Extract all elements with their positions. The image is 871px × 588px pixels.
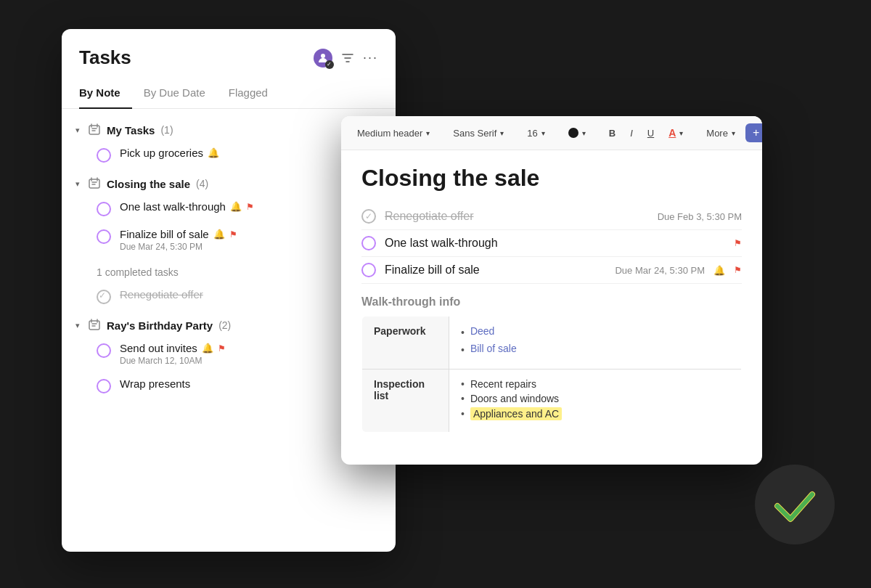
section-title: Walk-through info [361, 295, 742, 309]
chevron-rays-birthday[interactable]: ▾ [73, 321, 82, 330]
svg-rect-2 [89, 179, 99, 188]
editor-task-checkbox-renegotiate[interactable]: ✓ [361, 209, 376, 224]
tasks-panel-title: Tasks [79, 46, 131, 69]
tasks-tabs: By Note By Due Date Flagged [62, 69, 396, 109]
tasks-header-icons: ··· [314, 49, 378, 68]
group-icon-closing-the-sale [88, 177, 101, 190]
filter-icon-button[interactable] [341, 52, 354, 65]
style-selector-button[interactable]: Medium header ▾ [353, 126, 434, 141]
completion-checkmark-circle [755, 465, 835, 544]
task-checkbox-pick-up-groceries[interactable] [97, 148, 111, 163]
font-color-button[interactable]: A ▾ [664, 125, 687, 141]
editor-task-name-finalize: Finalize bill of sale [385, 264, 606, 277]
editor-task-row-renegotiate: ✓ Renegotiate offer Due Feb 3, 5:30 PM [361, 203, 742, 230]
style-selector-chevron: ▾ [426, 129, 430, 137]
group-label-my-tasks: My Tasks [107, 124, 155, 136]
font-size-button[interactable]: 16 ▾ [523, 126, 549, 141]
editor-task-checkbox-finalize[interactable] [361, 263, 376, 277]
insert-button[interactable]: + Insert ▾ [745, 123, 762, 142]
editor-content: Closing the sale ✓ Renegotiate offer Due… [341, 150, 762, 464]
task-name-renegotiate-offer: Renegotiate offer [120, 288, 378, 301]
assign-icon-button[interactable] [314, 49, 332, 68]
font-color-chevron: ▾ [679, 129, 683, 137]
task-name-send-out-invites: Send out invites 🔔 ⚑ [120, 342, 378, 354]
editor-task-due-renegotiate: Due Feb 3, 5:30 PM [658, 211, 742, 222]
task-checkbox-one-last-walk-through[interactable] [97, 202, 111, 216]
checkmark-icon [772, 481, 819, 528]
task-content-pick-up-groceries: Pick up groceries 🔔 [120, 147, 378, 159]
italic-button[interactable]: I [626, 126, 637, 141]
list-item: Doors and windows [461, 393, 729, 404]
editor-toolbar: Medium header ▾ Sans Serif ▾ 16 ▾ ▾ B I … [341, 116, 762, 150]
tab-by-note[interactable]: By Note [79, 81, 132, 109]
task-name-wrap-presents: Wrap presents [120, 377, 378, 390]
tasks-header: Tasks ··· [62, 29, 396, 69]
task-content-one-last-walk-through: One last walk-through 🔔 ⚑ [120, 200, 378, 213]
task-checkbox-renegotiate-offer[interactable] [97, 290, 111, 304]
group-icon-rays-birthday [88, 319, 101, 332]
bold-button[interactable]: B [605, 126, 620, 141]
list-item: Bill of sale [461, 343, 729, 357]
task-checkbox-send-out-invites[interactable] [97, 343, 111, 358]
bell-icon-bill-of-sale: 🔔 [213, 229, 225, 240]
highlight-appliances: Appliances and AC [470, 407, 562, 420]
task-content-finalize-bill-of-sale: Finalize bill of sale 🔔 ⚑ Due Mar 24, 5:… [120, 228, 378, 252]
list-item: Recent repairs [461, 378, 729, 390]
group-count-closing-the-sale: (4) [196, 178, 208, 189]
filter-icon [341, 52, 354, 65]
task-content-wrap-presents: Wrap presents [120, 377, 378, 390]
group-label-closing-the-sale: Closing the sale [107, 178, 190, 190]
task-name-finalize-bill-of-sale: Finalize bill of sale 🔔 ⚑ [120, 228, 378, 240]
flag-icon-walk-through: ⚑ [246, 202, 254, 212]
table-row: Paperwork Deed Bill of sale [362, 317, 742, 369]
more-dots-icon: ··· [363, 50, 378, 65]
editor-task-checkbox-walk-through[interactable] [361, 236, 376, 250]
editor-task-name-renegotiate: Renegotiate offer [385, 210, 649, 223]
bill-of-sale-link[interactable]: Bill of sale [470, 343, 517, 354]
bell-icon-send-out-invites: 🔔 [202, 343, 213, 354]
editor-task-row-walk-through: One last walk-through ⚑ [361, 230, 742, 257]
deed-link[interactable]: Deed [470, 325, 494, 337]
tab-flagged[interactable]: Flagged [217, 81, 279, 109]
tab-by-due-date[interactable]: By Due Date [132, 81, 217, 109]
task-checkbox-finalize-bill-of-sale[interactable] [97, 229, 111, 244]
more-chevron: ▾ [732, 129, 735, 137]
editor-bell-icon-finalize: 🔔 [713, 265, 725, 276]
doc-title: Closing the sale [361, 165, 742, 192]
insert-plus-icon: + [753, 126, 759, 139]
font-color-a-icon: A [668, 127, 676, 139]
more-options-button[interactable]: ··· [363, 50, 378, 65]
chevron-closing-the-sale[interactable]: ▾ [73, 179, 82, 188]
bell-icon-walk-through: 🔔 [230, 201, 242, 212]
task-due-finalize-bill-of-sale: Due Mar 24, 5:30 PM [120, 242, 378, 252]
table-cell-inspection: Recent repairs Doors and windows Applian… [449, 369, 742, 433]
task-content-renegotiate-offer: Renegotiate offer [120, 288, 378, 301]
inspection-list: Recent repairs Doors and windows Applian… [461, 378, 729, 420]
table-row: Inspection list Recent repairs Doors and… [362, 369, 742, 433]
more-button[interactable]: More ▾ [702, 126, 740, 141]
color-dot-icon [568, 128, 578, 138]
editor-flag-icon-walk-through: ⚑ [734, 238, 742, 248]
color-chevron: ▾ [582, 129, 586, 137]
task-checkbox-wrap-presents[interactable] [97, 379, 111, 393]
svg-point-0 [321, 54, 325, 58]
assign-icon [314, 49, 332, 68]
editor-task-due-finalize: Due Mar 24, 5:30 PM [615, 265, 705, 276]
list-item: Appliances and AC [461, 407, 729, 420]
group-icon-my-tasks [88, 123, 101, 136]
task-name-one-last-walk-through: One last walk-through 🔔 ⚑ [120, 200, 378, 213]
group-count-my-tasks: (1) [160, 124, 173, 136]
table-header-inspection: Inspection list [362, 369, 449, 433]
task-content-send-out-invites: Send out invites 🔔 ⚑ Due March 12, 10AM [120, 342, 378, 366]
flag-icon-bill-of-sale: ⚑ [229, 229, 237, 240]
task-name-pick-up-groceries: Pick up groceries 🔔 [120, 147, 378, 159]
chevron-my-tasks[interactable]: ▾ [73, 126, 82, 134]
bell-icon-pick-up-groceries: 🔔 [208, 147, 219, 158]
flag-icon-send-out-invites: ⚑ [218, 343, 226, 354]
editor-panel: Medium header ▾ Sans Serif ▾ 16 ▾ ▾ B I … [341, 116, 762, 465]
table-header-paperwork: Paperwork [362, 317, 449, 369]
font-selector-button[interactable]: Sans Serif ▾ [449, 126, 508, 141]
underline-button[interactable]: U [643, 126, 658, 141]
color-picker-button[interactable]: ▾ [564, 126, 590, 140]
walk-through-table: Paperwork Deed Bill of sale Inspection l… [361, 316, 742, 433]
